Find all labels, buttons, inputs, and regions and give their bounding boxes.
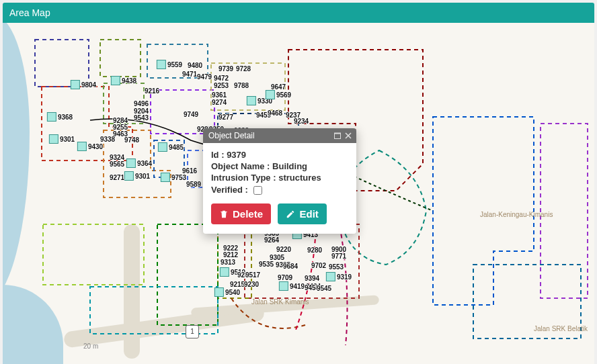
map-marker[interactable]: 9271: [110, 174, 124, 181]
road-label: Jalan-Keningau-Kimanis: [480, 211, 553, 218]
delete-button[interactable]: Delete: [211, 203, 271, 224]
popup-title: Object Detail: [208, 131, 255, 140]
map-marker[interactable]: 9709: [278, 274, 292, 281]
road-fill: [124, 224, 140, 359]
marker-label: 9709: [278, 274, 292, 281]
map-marker[interactable]: 9212: [223, 251, 238, 259]
marker-label: 9361: [212, 91, 227, 99]
edit-button[interactable]: Edit: [278, 203, 326, 224]
map-marker[interactable]: 9313: [221, 259, 235, 266]
marker-label: 9277: [218, 113, 233, 121]
marker-label: 9589: [186, 181, 201, 188]
water-area: [3, 285, 63, 364]
map-marker[interactable]: 9468: [268, 109, 282, 117]
marker-icon: [161, 173, 170, 182]
map-marker[interactable]: 9496: [134, 100, 149, 107]
map-marker[interactable]: 9319: [326, 272, 352, 281]
map-marker[interactable]: 9728: [236, 65, 251, 73]
map-marker[interactable]: 9771: [331, 253, 346, 260]
verified-checkbox[interactable]: [253, 186, 262, 195]
marker-label: 9728: [236, 65, 251, 73]
panel-header: Area Map: [3, 3, 594, 23]
marker-icon: [247, 96, 256, 105]
marker-label: 9301: [135, 173, 150, 180]
map-marker[interactable]: 9702: [311, 262, 326, 269]
intrusion-value: structures: [278, 173, 321, 183]
road-label: Jalan SRK Belatik: [534, 325, 588, 332]
marker-label: 9253: [214, 82, 229, 89]
map-marker[interactable]: 9553: [329, 263, 344, 271]
map-marker[interactable]: 9480: [188, 62, 202, 69]
marker-label: 9230: [244, 281, 259, 288]
map-marker[interactable]: 9472: [214, 75, 229, 82]
map-marker[interactable]: 9559: [157, 60, 182, 69]
marker-label: 9540: [225, 289, 240, 296]
map-marker[interactable]: 9804: [71, 80, 96, 89]
map-marker[interactable]: 9253: [214, 82, 229, 89]
map-marker[interactable]: 9438: [111, 76, 136, 85]
map-marker[interactable]: 9739: [218, 65, 233, 73]
marker-label: 9264: [264, 236, 279, 244]
panel-title: Area Map: [9, 7, 50, 18]
marker-label: 9271: [110, 174, 124, 181]
road-label: Jalan SRK Kimanis: [251, 298, 309, 306]
marker-label: 9753: [171, 174, 186, 181]
map-marker[interactable]: 9230: [244, 281, 259, 288]
scale-label: 20 m: [83, 343, 98, 350]
map-marker[interactable]: 9565: [110, 161, 124, 168]
map-canvas[interactable]: Jalan SRK KimanisJalan-Keningau-KimanisJ…: [3, 23, 594, 364]
map-marker[interactable]: 9368: [47, 112, 73, 122]
map-marker[interactable]: 9234: [294, 118, 309, 125]
marker-label: 9215: [230, 281, 245, 288]
map-marker[interactable]: 9535: [259, 261, 274, 268]
marker-icon: [126, 158, 136, 168]
map-marker[interactable]: 9364: [126, 158, 152, 168]
map-marker[interactable]: 9788: [234, 82, 249, 89]
map-marker[interactable]: 9569: [266, 90, 291, 99]
map-marker[interactable]: 9545: [317, 285, 331, 292]
map-marker[interactable]: 9301: [49, 134, 75, 144]
map-marker[interactable]: 9277: [218, 113, 233, 121]
map-marker[interactable]: 9543: [134, 114, 149, 122]
object-detail-popup: Object Detail Id : 9379 Object Name : Bu…: [203, 128, 356, 234]
map-marker[interactable]: 9274: [212, 99, 227, 106]
map-marker[interactable]: 9479: [197, 73, 212, 81]
map-marker[interactable]: 9264: [264, 236, 279, 244]
map-marker[interactable]: 9394: [305, 275, 319, 282]
popup-header[interactable]: Object Detail: [203, 128, 356, 143]
marker-label: 9748: [124, 136, 139, 144]
map-marker[interactable]: 9684: [283, 263, 298, 270]
marker-label: 9234: [294, 118, 309, 125]
marker-label: 9368: [58, 113, 73, 121]
map-marker[interactable]: 9216: [145, 87, 159, 95]
map-marker[interactable]: 9280: [307, 246, 322, 254]
marker-label: 9212: [223, 251, 238, 259]
map-marker[interactable]: 9301: [124, 171, 150, 181]
map-marker[interactable]: 9471: [182, 71, 197, 78]
marker-label: 9471: [182, 71, 197, 78]
marker-label: 9771: [331, 253, 346, 260]
intrusion-label: Intrusion Type :: [211, 173, 276, 183]
close-icon[interactable]: [343, 130, 354, 141]
map-marker[interactable]: 9430: [77, 142, 103, 151]
map-marker[interactable]: 9647: [271, 83, 286, 91]
marker-label: 9559: [167, 61, 182, 69]
map-marker[interactable]: 9749: [184, 111, 198, 118]
water-area: [3, 23, 30, 305]
name-value: Building: [272, 161, 307, 171]
map-marker[interactable]: 9215: [230, 281, 245, 288]
map-marker[interactable]: 9753: [161, 173, 186, 182]
marker-label: 9472: [214, 75, 229, 82]
maximize-icon[interactable]: [332, 130, 343, 141]
map-marker[interactable]: 9748: [124, 136, 139, 144]
marker-label: 9419: [290, 283, 305, 290]
app-root: Area Map: [0, 0, 597, 364]
map-marker[interactable]: 9419: [279, 281, 305, 291]
map-marker[interactable]: 9517: [245, 271, 260, 279]
map-marker[interactable]: 9220: [276, 246, 291, 253]
map-marker[interactable]: 9589: [186, 181, 201, 188]
map-marker[interactable]: 9361: [212, 91, 227, 99]
map-marker[interactable]: 9540: [214, 287, 240, 297]
map-marker[interactable]: 9485: [158, 142, 184, 152]
marker-label: 9280: [307, 246, 322, 254]
